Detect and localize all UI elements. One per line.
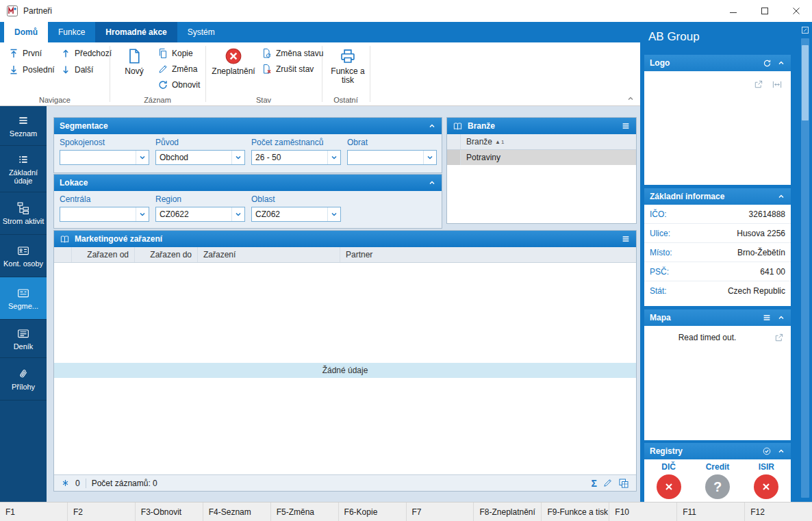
sidebar-item-seznam[interactable]: Seznam <box>0 106 47 146</box>
region-combo[interactable]: CZ0622 <box>155 207 245 222</box>
scrollbar-thumb[interactable] <box>802 45 809 120</box>
status-error-icon[interactable] <box>657 474 681 499</box>
main-content: Segmentace Spokojenost Původ Obchod <box>47 106 640 502</box>
tab-domu[interactable]: Domů <box>4 22 48 42</box>
dropdown-icon[interactable] <box>136 151 149 164</box>
minimize-button[interactable] <box>718 0 749 22</box>
sidebar-item-denik[interactable]: Deník <box>0 320 47 358</box>
dropdown-icon[interactable] <box>327 207 340 221</box>
info-row: Místo: Brno-Žebětín <box>644 243 791 262</box>
app-window: Partneři Domů Funkce Hromadné akce Systé… <box>0 0 812 521</box>
centrala-combo[interactable] <box>60 207 149 222</box>
column-header-zarazen-do[interactable]: Zařazen do <box>135 247 198 262</box>
oblast-combo[interactable]: CZ062 <box>251 207 341 222</box>
functions-print-button[interactable]: Funkce a tisk <box>327 46 369 86</box>
info-row: PSČ: 641 00 <box>644 262 791 281</box>
copy-button[interactable]: Kopie <box>155 47 196 60</box>
detail-scrollbar[interactable] <box>801 38 809 498</box>
last-button[interactable]: Poslední <box>5 63 58 77</box>
fkey-f7[interactable]: F7 <box>407 503 474 521</box>
open-external-icon[interactable] <box>753 79 763 90</box>
refresh-icon[interactable] <box>763 59 772 68</box>
status-unknown-icon[interactable]: ? <box>705 474 730 499</box>
sidebar-item-segmentace[interactable]: Segme... <box>0 277 47 320</box>
close-button[interactable] <box>781 0 812 22</box>
logo-panel: Logo <box>644 55 791 185</box>
menu-icon[interactable] <box>621 234 631 244</box>
sidebar-item-strom-aktivit[interactable]: Strom aktivit <box>0 192 47 235</box>
fkey-f2[interactable]: F2 <box>68 503 136 521</box>
pin-panel-icon[interactable] <box>801 26 809 34</box>
puvod-combo[interactable]: Obchod <box>155 150 245 165</box>
check-circle-icon[interactable] <box>762 446 772 456</box>
menu-icon[interactable] <box>621 121 631 131</box>
printer-icon <box>339 47 357 65</box>
pocet-zamestnancu-combo[interactable]: 26 - 50 <box>251 150 341 165</box>
fkey-f9[interactable]: F9-Funkce a tisk <box>542 503 609 521</box>
new-button[interactable]: Nový <box>116 46 152 77</box>
group-label-stav: Stav <box>205 96 322 104</box>
registry-item-credit: Credit ? <box>705 462 730 499</box>
status-error-icon[interactable] <box>754 474 778 499</box>
edit-button[interactable]: Změna <box>155 62 200 76</box>
first-button[interactable]: První <box>5 47 45 60</box>
fkey-f12[interactable]: F12 <box>745 503 812 521</box>
cancel-status-button[interactable]: Zrušit stav <box>259 62 316 76</box>
next-button[interactable]: Další <box>58 63 96 77</box>
collapse-panel-icon[interactable] <box>777 192 785 201</box>
edit-icon[interactable] <box>602 478 613 488</box>
column-header-zarazeni[interactable]: Zařazení <box>198 247 340 262</box>
fkey-f4[interactable]: F4-Seznam <box>203 503 271 521</box>
fkey-f3[interactable]: F3-Obnovit <box>136 503 203 521</box>
sidebar-item-prilohy[interactable]: Přílohy <box>0 358 47 401</box>
sidebar-item-kont-osoby[interactable]: Kont. osoby <box>0 235 47 277</box>
info-row: IČO: 32614888 <box>644 205 791 224</box>
change-status-button[interactable]: Změna stavu <box>259 47 326 60</box>
fkey-f1[interactable]: F1 <box>0 503 68 521</box>
fkey-f11[interactable]: F11 <box>677 503 745 521</box>
fkey-f6[interactable]: F6-Kopie <box>339 503 407 521</box>
tab-funkce[interactable]: Funkce <box>48 22 95 42</box>
info-row: Ulice: Husova 2256 <box>644 224 791 243</box>
collapse-panel-icon[interactable] <box>777 314 785 322</box>
fkey-f8[interactable]: F8-Zneplatnění <box>474 503 542 521</box>
marketing-table-header: Zařazen od Zařazen do Zařazení Partner <box>54 247 636 263</box>
sidebar-item-zakladni-udaje[interactable]: Základní údaje <box>0 146 47 192</box>
maximize-button[interactable] <box>749 0 781 22</box>
collapse-panel-icon[interactable] <box>777 59 785 67</box>
collapse-panel-icon[interactable] <box>428 122 436 130</box>
dropdown-icon[interactable] <box>231 151 244 164</box>
column-header-partner[interactable]: Partner <box>340 247 636 262</box>
menu-icon[interactable] <box>762 313 772 322</box>
tab-hromadne-akce[interactable]: Hromadné akce <box>95 22 177 42</box>
fkey-f10[interactable]: F10 <box>609 503 677 521</box>
spokojenost-combo[interactable] <box>60 150 149 165</box>
dropdown-icon[interactable] <box>136 207 149 221</box>
dropdown-icon[interactable] <box>423 151 436 164</box>
refresh-button[interactable]: Obnovit <box>155 78 203 92</box>
invalidate-button[interactable]: Zneplatnění <box>210 46 257 77</box>
fkey-f5[interactable]: F5-Změna <box>271 503 339 521</box>
column-header-zarazen-od[interactable]: Zařazen od <box>72 247 135 262</box>
segment-card-icon <box>17 287 29 299</box>
dropdown-icon[interactable] <box>231 207 244 221</box>
tab-system[interactable]: Systém <box>177 22 225 42</box>
previous-button[interactable]: Předchozí <box>58 47 114 60</box>
sum-icon[interactable]: Σ <box>592 479 597 488</box>
row-selector[interactable] <box>447 150 461 165</box>
obrat-combo[interactable] <box>347 150 437 165</box>
open-external-icon[interactable] <box>774 333 784 343</box>
collapse-ribbon-icon[interactable] <box>626 94 635 103</box>
asterisk-icon[interactable] <box>61 479 70 487</box>
copy-grid-icon[interactable] <box>618 478 629 489</box>
collapse-panel-icon[interactable] <box>777 447 785 455</box>
fit-width-icon[interactable] <box>772 79 783 90</box>
column-header-branze[interactable]: Branže ▲ 1 <box>461 134 636 149</box>
row-selector-column <box>447 134 461 149</box>
dropdown-icon[interactable] <box>327 151 340 164</box>
branze-row[interactable]: Potraviny <box>447 150 636 165</box>
panel-title: Marketingové zařazení <box>75 234 162 244</box>
group-label-zaznam: Záznam <box>110 96 205 104</box>
collapse-panel-icon[interactable] <box>428 179 436 187</box>
panel-title: Logo <box>650 58 670 68</box>
